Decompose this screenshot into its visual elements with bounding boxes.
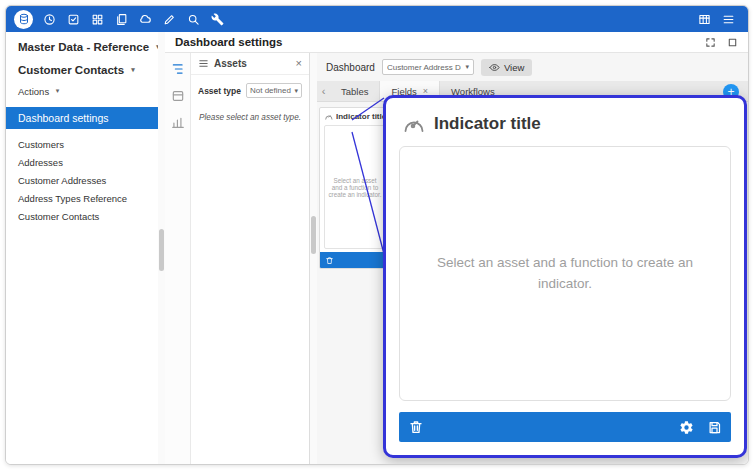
actions-label: Actions [18,86,49,97]
database-icon [18,13,30,25]
history-icon[interactable] [37,6,61,32]
assets-scrollbar[interactable] [310,53,317,464]
assets-empty-message: Please select an asset type. [191,113,309,122]
dashboard-controls: Dashboard Customer Address Datase ▾ View [317,53,748,81]
cloud-icon[interactable] [133,6,157,32]
tab-tables[interactable]: Tables [330,81,379,101]
dashboard-select-value: Customer Address Datase [387,63,461,72]
indicator-toolbar [320,252,390,268]
indicator-header: Indicator title [399,110,731,146]
sidebar-item-addresses[interactable]: Addresses [6,153,158,171]
workspace-selector[interactable]: Master Data - Reference ▾ [6,32,158,53]
caret-down-icon: ▾ [465,63,469,71]
caret-down-icon: ▾ [294,87,298,95]
view-button-label: View [504,62,524,73]
close-icon[interactable]: × [296,58,302,69]
menu-icon[interactable] [716,6,740,32]
dashboard-label: Dashboard [326,62,375,73]
trash-icon[interactable] [408,419,424,435]
gear-icon[interactable] [679,420,694,435]
indicator-card-small[interactable]: Indicator title Select an asset and a fu… [319,107,391,269]
sidebar-item-customer-addresses[interactable]: Customer Addresses [6,171,158,189]
apps-grid-icon[interactable] [85,6,109,32]
scrollbar-thumb[interactable] [159,229,164,271]
view-button[interactable]: View [481,59,532,76]
sidebar-item-list: Customers Addresses Customer Addresses A… [6,129,158,225]
asset-type-row: Asset type Not defined ▾ [191,75,309,98]
indicator-card-small-header: Indicator title [320,108,390,123]
sidebar: Master Data - Reference ▾ Customer Conta… [6,32,158,464]
main-header: Dashboard settings [165,32,748,53]
expand-icon[interactable] [705,37,716,48]
topbar [6,6,748,32]
app-window: Master Data - Reference ▾ Customer Conta… [5,5,749,465]
topbar-right-group [692,6,740,32]
indicator-title: Indicator title [336,112,386,121]
caret-down-icon: ▾ [131,66,135,74]
indicator-empty-message: Select an asset and a function to create… [324,125,386,249]
assets-panel-header: Assets × [191,53,309,75]
trash-icon[interactable] [325,256,334,265]
sidebar-item-address-types-reference[interactable]: Address Types Reference [6,189,158,207]
indicator-toolbar-right [679,420,722,435]
assets-panel: Assets × Asset type Not defined ▾ Please… [191,53,310,464]
asset-type-label: Asset type [198,86,241,96]
sidebar-item-customer-contacts[interactable]: Customer Contacts [6,207,158,225]
sidebar-scrollbar[interactable] [158,32,165,464]
gauge-icon [401,112,425,136]
eye-icon [489,62,500,73]
workspace-label: Master Data - Reference [18,41,149,53]
chart-icon[interactable] [171,116,185,130]
gauge-icon [324,112,333,121]
save-icon[interactable] [707,420,722,435]
main-header-icons [705,37,738,48]
asset-type-select[interactable]: Not defined ▾ [246,83,302,98]
entity-selector[interactable]: Customer Contacts ▾ [6,53,158,76]
edit-pen-icon[interactable] [157,6,181,32]
tab-label: Tables [341,86,368,97]
page-title: Dashboard settings [175,36,282,48]
documents-icon[interactable] [109,6,133,32]
indicator-toolbar [399,412,731,442]
sidebar-item-dashboard-settings[interactable]: Dashboard settings [6,107,158,129]
indicator-card-zoomed: Indicator title Select an asset and a fu… [383,95,747,458]
chevron-left-icon[interactable]: ‹ [317,81,330,101]
hamburger-icon [198,58,209,69]
assets-outline-icon[interactable] [171,62,185,76]
maximize-icon[interactable] [727,37,738,48]
search-icon[interactable] [181,6,205,32]
assets-panel-title: Assets [214,58,291,69]
panel-icon[interactable] [171,89,185,103]
indicator-body: Select an asset and a function to create… [399,146,731,401]
app-logo[interactable] [14,10,33,29]
actions-menu[interactable]: Actions ▾ [6,76,158,97]
caret-down-icon: ▾ [56,87,60,95]
dashboard-select[interactable]: Customer Address Datase ▾ [382,59,474,75]
indicator-title: Indicator title [434,114,541,134]
tables-icon[interactable] [692,6,716,32]
indicator-empty-message: Select an asset and a function to create… [423,253,708,294]
scrollbar-thumb[interactable] [311,216,316,254]
entity-label: Customer Contacts [18,64,124,76]
tasks-icon[interactable] [61,6,85,32]
tools-wrench-icon[interactable] [205,6,229,32]
asset-type-value: Not defined [250,86,291,95]
panel-icon-rail [165,53,191,464]
sidebar-item-customers[interactable]: Customers [6,135,158,153]
